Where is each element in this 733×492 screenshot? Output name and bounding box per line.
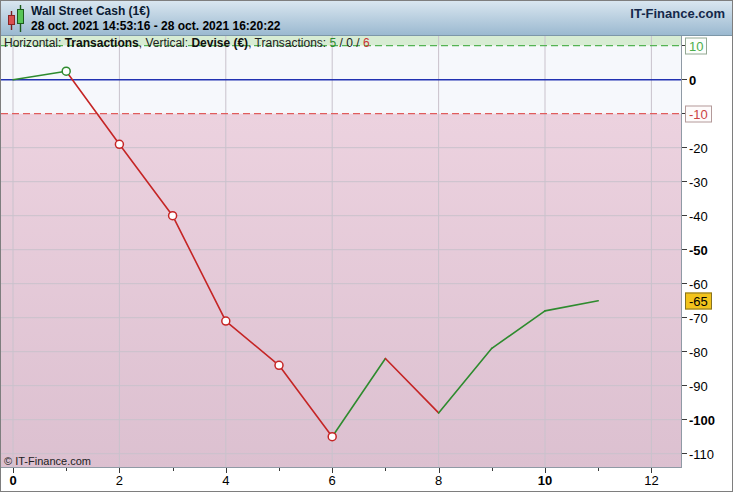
info-text-regular: Horizontal: xyxy=(4,36,65,50)
y-axis-tick xyxy=(682,215,687,216)
plot-area[interactable]: Horizontal: Transactions, Vertical: Devi… xyxy=(1,36,682,468)
trade-marker[interactable] xyxy=(328,433,336,441)
info-text-neutral: 0 xyxy=(346,36,353,50)
x-axis-label: 0 xyxy=(0,473,30,488)
watermark: © IT-Finance.com xyxy=(4,455,91,467)
info-text-bold: Devise (€) xyxy=(191,36,248,50)
price-chart[interactable] xyxy=(1,36,682,468)
x-axis-label: 8 xyxy=(422,473,456,488)
x-axis-tick xyxy=(385,468,386,471)
y-axis-label: -60 xyxy=(689,276,708,291)
y-axis-tick xyxy=(682,147,687,148)
y-axis-label: -20 xyxy=(689,140,708,155)
chart-date-range: 28 oct. 2021 14:53:16 - 28 oct. 2021 16:… xyxy=(31,19,281,33)
x-axis-label: 10 xyxy=(528,473,562,488)
y-axis-tick xyxy=(682,351,687,352)
y-axis-label: 0 xyxy=(689,72,696,87)
trade-marker[interactable] xyxy=(115,140,123,148)
chart-title: Wall Street Cash (1€) xyxy=(31,4,150,18)
zone-below-lower xyxy=(1,114,682,468)
y-axis-tick xyxy=(682,181,687,182)
x-axis-label: 12 xyxy=(634,473,668,488)
info-text-regular: / xyxy=(336,36,346,50)
info-text-bold: Transactions xyxy=(65,36,139,50)
x-axis: 024681012 xyxy=(1,468,732,492)
y-axis: 100-10-20-30-40-50-60-65-70-80-90-100-11… xyxy=(682,36,733,469)
y-axis-tick xyxy=(682,79,687,80)
lower-threshold-label[interactable]: -10 xyxy=(685,105,712,122)
trade-marker[interactable] xyxy=(169,212,177,220)
y-axis-label: -80 xyxy=(689,344,708,359)
trade-marker[interactable] xyxy=(62,67,70,75)
chart-header: Wall Street Cash (1€) 28 oct. 2021 14:53… xyxy=(1,1,732,36)
y-axis-tick xyxy=(682,249,687,250)
y-axis-tick xyxy=(682,453,687,454)
x-axis-tick xyxy=(66,468,67,471)
current-value-label: -65 xyxy=(685,292,712,309)
info-text-regular: , Transactions: xyxy=(248,36,329,50)
trade-marker[interactable] xyxy=(275,361,283,369)
x-axis-tick xyxy=(173,468,174,471)
y-axis-tick xyxy=(682,385,687,386)
y-axis-label: -30 xyxy=(689,174,708,189)
info-text-regular: / xyxy=(353,36,363,50)
y-axis-tick xyxy=(682,317,687,318)
candlestick-icon xyxy=(7,4,27,33)
x-axis-label: 4 xyxy=(209,473,243,488)
x-axis-tick xyxy=(492,468,493,471)
x-axis-label: 2 xyxy=(102,473,136,488)
y-axis-label: -110 xyxy=(689,446,714,461)
y-axis-label: -40 xyxy=(689,208,708,223)
info-text-negative: 6 xyxy=(363,36,370,50)
y-axis-tick xyxy=(682,419,687,420)
trade-marker[interactable] xyxy=(222,317,230,325)
y-axis-tick xyxy=(682,283,687,284)
y-axis-label: -50 xyxy=(689,242,708,257)
x-axis-tick xyxy=(279,468,280,471)
brand-link[interactable]: IT-Finance.com xyxy=(630,6,725,21)
upper-threshold-label[interactable]: 10 xyxy=(685,37,707,54)
y-axis-label: -100 xyxy=(689,412,715,427)
info-bar: Horizontal: Transactions, Vertical: Devi… xyxy=(4,37,370,50)
chart-window: Wall Street Cash (1€) 28 oct. 2021 14:53… xyxy=(0,0,733,492)
info-text-regular: , Vertical: xyxy=(139,36,192,50)
y-axis-label: -70 xyxy=(689,310,708,325)
x-axis-label: 6 xyxy=(315,473,349,488)
y-axis-label: -90 xyxy=(689,378,708,393)
x-axis-tick xyxy=(598,468,599,471)
